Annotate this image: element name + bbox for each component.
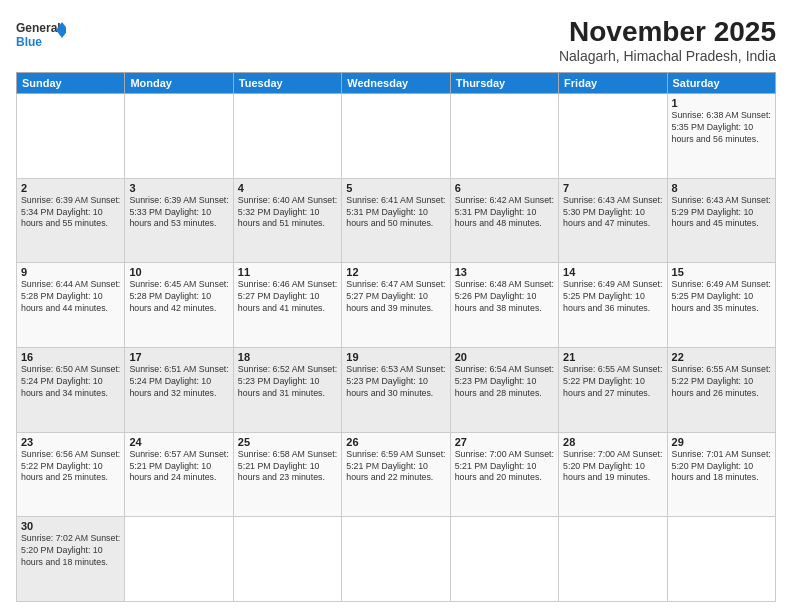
day-info: Sunrise: 6:55 AM Sunset: 5:22 PM Dayligh…	[563, 364, 662, 400]
day-number: 2	[21, 182, 120, 194]
day-number: 22	[672, 351, 771, 363]
day-info: Sunrise: 6:59 AM Sunset: 5:21 PM Dayligh…	[346, 449, 445, 485]
day-cell	[342, 94, 450, 179]
day-number: 21	[563, 351, 662, 363]
day-cell: 24Sunrise: 6:57 AM Sunset: 5:21 PM Dayli…	[125, 432, 233, 517]
day-info: Sunrise: 6:52 AM Sunset: 5:23 PM Dayligh…	[238, 364, 337, 400]
day-number: 4	[238, 182, 337, 194]
week-row-6: 30Sunrise: 7:02 AM Sunset: 5:20 PM Dayli…	[17, 517, 776, 602]
day-cell: 10Sunrise: 6:45 AM Sunset: 5:28 PM Dayli…	[125, 263, 233, 348]
generalblue-logo-icon: General Blue	[16, 16, 66, 56]
day-number: 26	[346, 436, 445, 448]
day-cell: 17Sunrise: 6:51 AM Sunset: 5:24 PM Dayli…	[125, 347, 233, 432]
day-number: 28	[563, 436, 662, 448]
day-cell: 5Sunrise: 6:41 AM Sunset: 5:31 PM Daylig…	[342, 178, 450, 263]
day-cell: 14Sunrise: 6:49 AM Sunset: 5:25 PM Dayli…	[559, 263, 667, 348]
day-number: 25	[238, 436, 337, 448]
day-info: Sunrise: 6:43 AM Sunset: 5:30 PM Dayligh…	[563, 195, 662, 231]
day-info: Sunrise: 7:01 AM Sunset: 5:20 PM Dayligh…	[672, 449, 771, 485]
day-cell: 4Sunrise: 6:40 AM Sunset: 5:32 PM Daylig…	[233, 178, 341, 263]
day-cell: 8Sunrise: 6:43 AM Sunset: 5:29 PM Daylig…	[667, 178, 775, 263]
day-number: 11	[238, 266, 337, 278]
day-cell: 19Sunrise: 6:53 AM Sunset: 5:23 PM Dayli…	[342, 347, 450, 432]
day-info: Sunrise: 6:57 AM Sunset: 5:21 PM Dayligh…	[129, 449, 228, 485]
day-number: 8	[672, 182, 771, 194]
day-cell	[233, 94, 341, 179]
day-cell: 21Sunrise: 6:55 AM Sunset: 5:22 PM Dayli…	[559, 347, 667, 432]
day-info: Sunrise: 7:00 AM Sunset: 5:21 PM Dayligh…	[455, 449, 554, 485]
day-info: Sunrise: 6:55 AM Sunset: 5:22 PM Dayligh…	[672, 364, 771, 400]
day-cell: 15Sunrise: 6:49 AM Sunset: 5:25 PM Dayli…	[667, 263, 775, 348]
day-cell	[559, 517, 667, 602]
day-info: Sunrise: 6:58 AM Sunset: 5:21 PM Dayligh…	[238, 449, 337, 485]
week-row-2: 2Sunrise: 6:39 AM Sunset: 5:34 PM Daylig…	[17, 178, 776, 263]
day-cell: 27Sunrise: 7:00 AM Sunset: 5:21 PM Dayli…	[450, 432, 558, 517]
day-cell	[450, 517, 558, 602]
day-number: 29	[672, 436, 771, 448]
svg-text:Blue: Blue	[16, 35, 42, 49]
day-info: Sunrise: 6:56 AM Sunset: 5:22 PM Dayligh…	[21, 449, 120, 485]
day-cell: 25Sunrise: 6:58 AM Sunset: 5:21 PM Dayli…	[233, 432, 341, 517]
day-info: Sunrise: 6:51 AM Sunset: 5:24 PM Dayligh…	[129, 364, 228, 400]
calendar-table: SundayMondayTuesdayWednesdayThursdayFrid…	[16, 72, 776, 602]
title-section: November 2025 Nalagarh, Himachal Pradesh…	[559, 16, 776, 64]
day-info: Sunrise: 6:42 AM Sunset: 5:31 PM Dayligh…	[455, 195, 554, 231]
day-number: 16	[21, 351, 120, 363]
day-info: Sunrise: 6:41 AM Sunset: 5:31 PM Dayligh…	[346, 195, 445, 231]
day-cell: 28Sunrise: 7:00 AM Sunset: 5:20 PM Dayli…	[559, 432, 667, 517]
day-number: 7	[563, 182, 662, 194]
day-number: 17	[129, 351, 228, 363]
day-cell: 29Sunrise: 7:01 AM Sunset: 5:20 PM Dayli…	[667, 432, 775, 517]
day-cell: 23Sunrise: 6:56 AM Sunset: 5:22 PM Dayli…	[17, 432, 125, 517]
day-cell: 1Sunrise: 6:38 AM Sunset: 5:35 PM Daylig…	[667, 94, 775, 179]
day-info: Sunrise: 6:54 AM Sunset: 5:23 PM Dayligh…	[455, 364, 554, 400]
day-number: 12	[346, 266, 445, 278]
day-cell: 22Sunrise: 6:55 AM Sunset: 5:22 PM Dayli…	[667, 347, 775, 432]
day-number: 6	[455, 182, 554, 194]
weekday-header-row: SundayMondayTuesdayWednesdayThursdayFrid…	[17, 73, 776, 94]
day-number: 9	[21, 266, 120, 278]
header: General Blue November 2025 Nalagarh, Him…	[16, 16, 776, 64]
weekday-header-wednesday: Wednesday	[342, 73, 450, 94]
day-cell	[450, 94, 558, 179]
svg-text:General: General	[16, 21, 61, 35]
page: General Blue November 2025 Nalagarh, Him…	[0, 0, 792, 612]
weekday-header-monday: Monday	[125, 73, 233, 94]
day-number: 24	[129, 436, 228, 448]
day-info: Sunrise: 6:43 AM Sunset: 5:29 PM Dayligh…	[672, 195, 771, 231]
day-number: 3	[129, 182, 228, 194]
day-cell: 12Sunrise: 6:47 AM Sunset: 5:27 PM Dayli…	[342, 263, 450, 348]
day-cell: 6Sunrise: 6:42 AM Sunset: 5:31 PM Daylig…	[450, 178, 558, 263]
day-info: Sunrise: 6:53 AM Sunset: 5:23 PM Dayligh…	[346, 364, 445, 400]
day-cell	[233, 517, 341, 602]
day-cell: 11Sunrise: 6:46 AM Sunset: 5:27 PM Dayli…	[233, 263, 341, 348]
day-info: Sunrise: 6:40 AM Sunset: 5:32 PM Dayligh…	[238, 195, 337, 231]
day-info: Sunrise: 6:49 AM Sunset: 5:25 PM Dayligh…	[672, 279, 771, 315]
week-row-5: 23Sunrise: 6:56 AM Sunset: 5:22 PM Dayli…	[17, 432, 776, 517]
weekday-header-saturday: Saturday	[667, 73, 775, 94]
day-number: 30	[21, 520, 120, 532]
day-info: Sunrise: 6:39 AM Sunset: 5:34 PM Dayligh…	[21, 195, 120, 231]
day-cell	[125, 517, 233, 602]
day-cell	[559, 94, 667, 179]
day-cell: 2Sunrise: 6:39 AM Sunset: 5:34 PM Daylig…	[17, 178, 125, 263]
day-info: Sunrise: 6:44 AM Sunset: 5:28 PM Dayligh…	[21, 279, 120, 315]
day-cell: 18Sunrise: 6:52 AM Sunset: 5:23 PM Dayli…	[233, 347, 341, 432]
day-info: Sunrise: 6:39 AM Sunset: 5:33 PM Dayligh…	[129, 195, 228, 231]
day-cell: 26Sunrise: 6:59 AM Sunset: 5:21 PM Dayli…	[342, 432, 450, 517]
weekday-header-tuesday: Tuesday	[233, 73, 341, 94]
week-row-1: 1Sunrise: 6:38 AM Sunset: 5:35 PM Daylig…	[17, 94, 776, 179]
day-info: Sunrise: 6:49 AM Sunset: 5:25 PM Dayligh…	[563, 279, 662, 315]
day-number: 5	[346, 182, 445, 194]
day-cell	[125, 94, 233, 179]
day-number: 19	[346, 351, 445, 363]
day-cell: 7Sunrise: 6:43 AM Sunset: 5:30 PM Daylig…	[559, 178, 667, 263]
day-info: Sunrise: 6:45 AM Sunset: 5:28 PM Dayligh…	[129, 279, 228, 315]
day-info: Sunrise: 6:47 AM Sunset: 5:27 PM Dayligh…	[346, 279, 445, 315]
month-year: November 2025	[559, 16, 776, 48]
day-cell: 30Sunrise: 7:02 AM Sunset: 5:20 PM Dayli…	[17, 517, 125, 602]
day-info: Sunrise: 6:50 AM Sunset: 5:24 PM Dayligh…	[21, 364, 120, 400]
day-number: 10	[129, 266, 228, 278]
day-number: 13	[455, 266, 554, 278]
day-info: Sunrise: 7:02 AM Sunset: 5:20 PM Dayligh…	[21, 533, 120, 569]
